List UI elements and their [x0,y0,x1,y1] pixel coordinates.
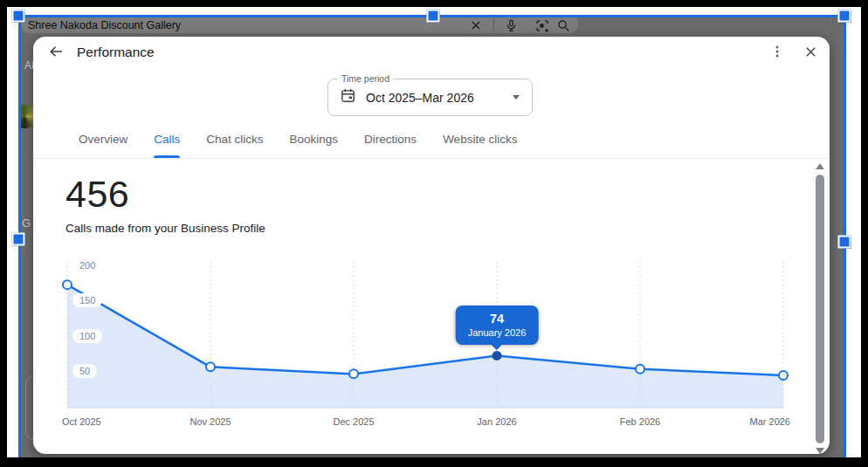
kebab-menu-button[interactable] [764,38,790,65]
time-period-value: Oct 2025–Mar 2026 [366,91,474,105]
scroll-up-arrow[interactable] [816,163,824,169]
metric-tabs: Overview Calls Chat clicks Bookings Dire… [33,133,830,159]
x-axis-label: Feb 2026 [620,416,660,427]
icon-divider [493,19,494,31]
tab-calls[interactable]: Calls [154,133,180,158]
x-axis-label: Oct 2025 [62,416,101,427]
tab-directions[interactable]: Directions [364,133,417,158]
performance-dialog: Performance Time period Oct 2025–Mar 202… [33,37,830,454]
x-axis-label: Mar 2026 [750,416,790,427]
selection-handle-top-left[interactable] [12,10,25,23]
close-icon[interactable] [797,38,823,65]
dialog-header: Performance [33,37,830,66]
metric-total: 456 [65,173,129,216]
annotated-screenshot: Shree Nakoda Discount Gallery Al G Or [0,0,868,467]
selection-handle-top-center[interactable] [427,10,440,23]
search-icon[interactable] [557,19,570,36]
time-period-select[interactable]: Time period Oct 2025–Mar 2026 [327,79,533,116]
selection-handle-middle-right[interactable] [838,236,851,249]
metric-caption: Calls made from your Business Profile [65,222,265,235]
browser-search-bar[interactable]: Shree Nakoda Discount Gallery [21,17,578,33]
back-button[interactable] [43,38,69,65]
tab-chat-clicks[interactable]: Chat clicks [206,133,263,158]
y-axis-tick: 150 [72,293,102,307]
calls-line-chart: 74 January 2026 50100150200Oct 2025Nov 2… [67,262,783,408]
chart-canvas [67,262,783,408]
calendar-icon [341,88,355,106]
mic-icon[interactable] [505,19,518,36]
tab-website-clicks[interactable]: Website clicks [443,133,517,158]
selection-handle-top-right[interactable] [838,10,851,23]
tooltip-value: 74 [468,312,527,326]
chevron-down-icon [513,95,520,100]
y-axis-tick: 100 [72,329,102,343]
dialog-scrollbar [813,161,827,456]
screenshot-content: Shree Nakoda Discount Gallery Al G Or [21,17,844,457]
dimmed-text-fragment: G [22,216,31,230]
time-period-label: Time period [338,73,393,84]
dialog-title: Performance [77,45,155,60]
clear-icon[interactable] [470,19,482,35]
tab-bookings[interactable]: Bookings [290,133,339,158]
search-query: Shree Nakoda Discount Gallery [28,19,181,31]
x-axis-label: Jan 2026 [477,416,516,427]
y-axis-tick: 200 [72,258,102,272]
scrollbar-thumb[interactable] [816,175,824,443]
lens-icon[interactable] [535,19,549,37]
y-axis-tick: 50 [72,364,97,378]
x-axis-label: Nov 2025 [189,416,231,427]
tooltip-label: January 2026 [468,327,527,338]
tab-overview[interactable]: Overview [79,133,127,158]
x-axis-label: Dec 2025 [333,416,374,427]
selection-handle-middle-left[interactable] [12,233,25,246]
chart-tooltip: 74 January 2026 [456,306,539,345]
scroll-down-arrow[interactable] [816,448,824,454]
